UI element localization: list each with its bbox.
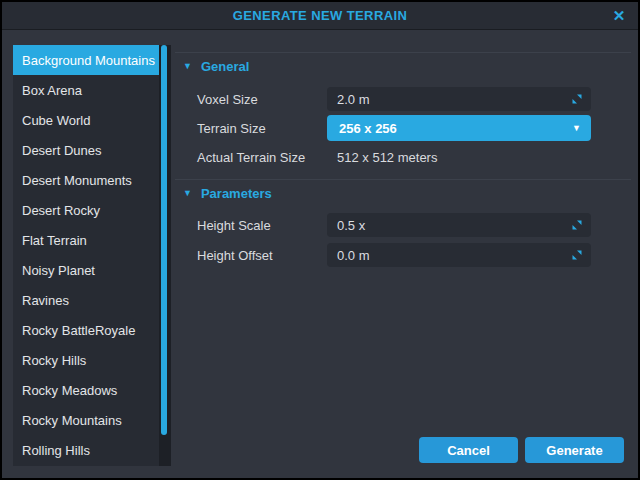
list-item-desert-monuments[interactable]: Desert Monuments	[13, 165, 159, 195]
chevron-down-icon: ▼	[572, 123, 581, 133]
collapse-icon-parameters: ▼	[183, 188, 192, 198]
height-scale-value: 0.5 x	[337, 218, 365, 233]
list-item-rocky-hills[interactable]: Rocky Hills	[13, 345, 159, 375]
list-item-rocky-mountains[interactable]: Rocky Mountains	[13, 405, 159, 435]
list-scrollbar-thumb[interactable]	[161, 45, 167, 435]
list-item-ravines[interactable]: Ravines	[13, 285, 159, 315]
close-icon[interactable]: ✕	[606, 2, 632, 30]
terrain-size-label: Terrain Size	[197, 121, 327, 136]
height-scale-row: Height Scale 0.5 x	[197, 213, 591, 237]
list-item-rolling-hills[interactable]: Rolling Hills	[13, 435, 159, 465]
height-scale-label: Height Scale	[197, 218, 327, 233]
cancel-button[interactable]: Cancel	[419, 437, 518, 463]
dialog-titlebar: GENERATE NEW TERRAIN ✕	[2, 2, 638, 30]
voxel-size-value: 2.0 m	[337, 92, 370, 107]
generate-terrain-dialog: GENERATE NEW TERRAIN ✕ Background Mounta…	[2, 2, 638, 478]
section-header-general[interactable]: ▼ General	[183, 58, 249, 74]
list-scrollbar[interactable]	[159, 45, 171, 466]
list-item-desert-dunes[interactable]: Desert Dunes	[13, 135, 159, 165]
height-offset-row: Height Offset 0.0 m	[197, 243, 591, 267]
section-header-parameters[interactable]: ▼ Parameters	[183, 185, 272, 201]
terrain-size-value: 256 x 256	[339, 121, 397, 136]
list-item-flat-terrain[interactable]: Flat Terrain	[13, 225, 159, 255]
collapse-icon-general: ▼	[183, 61, 192, 71]
drag-resize-icon[interactable]	[571, 249, 583, 261]
list-item-cube-world[interactable]: Cube World	[13, 105, 159, 135]
dialog-title: GENERATE NEW TERRAIN	[233, 8, 408, 23]
list-item-background-mountains[interactable]: Background Mountains	[13, 45, 159, 75]
height-offset-label: Height Offset	[197, 248, 327, 263]
actual-terrain-size-row: Actual Terrain Size 512 x 512 meters	[197, 147, 591, 167]
terrain-preset-items: Background Mountains Box Arena Cube Worl…	[13, 45, 159, 465]
drag-resize-icon[interactable]	[571, 219, 583, 231]
list-item-box-arena[interactable]: Box Arena	[13, 75, 159, 105]
actual-terrain-size-label: Actual Terrain Size	[197, 150, 327, 165]
list-item-rocky-meadows[interactable]: Rocky Meadows	[13, 375, 159, 405]
height-scale-field[interactable]: 0.5 x	[327, 213, 591, 237]
height-offset-value: 0.0 m	[337, 248, 370, 263]
height-offset-field[interactable]: 0.0 m	[327, 243, 591, 267]
section-title-parameters: Parameters	[201, 186, 272, 201]
list-item-desert-rocky[interactable]: Desert Rocky	[13, 195, 159, 225]
voxel-size-field[interactable]: 2.0 m	[327, 87, 591, 111]
voxel-size-row: Voxel Size 2.0 m	[197, 87, 591, 111]
separator-general	[175, 52, 631, 53]
terrain-size-dropdown[interactable]: 256 x 256 ▼	[327, 115, 591, 141]
settings-panel: ▼ General Voxel Size 2.0 m Terrain Size …	[173, 30, 635, 475]
terrain-preset-list: Background Mountains Box Arena Cube Worl…	[13, 45, 171, 466]
drag-resize-icon[interactable]	[571, 93, 583, 105]
list-item-noisy-planet[interactable]: Noisy Planet	[13, 255, 159, 285]
generate-button[interactable]: Generate	[525, 437, 624, 463]
voxel-size-label: Voxel Size	[197, 92, 327, 107]
list-item-rocky-battleroyale[interactable]: Rocky BattleRoyale	[13, 315, 159, 345]
separator-parameters	[175, 179, 631, 180]
section-title-general: General	[201, 59, 249, 74]
actual-terrain-size-value: 512 x 512 meters	[327, 150, 437, 165]
terrain-size-row: Terrain Size 256 x 256 ▼	[197, 115, 591, 141]
